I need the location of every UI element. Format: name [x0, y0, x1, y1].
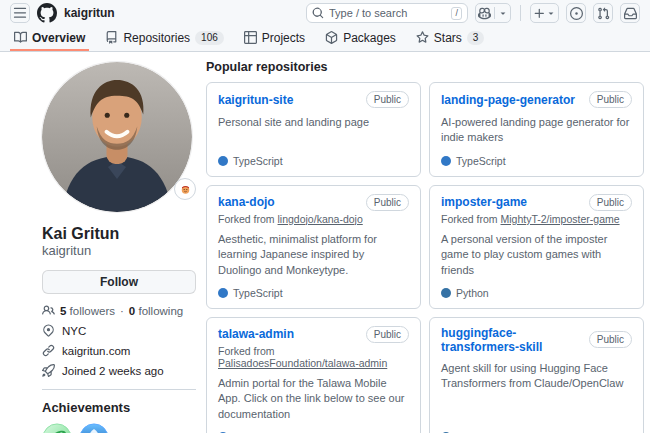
tab-stars[interactable]: Stars 3 [412, 26, 489, 51]
repo-name-link[interactable]: kana-dojo [218, 195, 275, 209]
repo-language: TypeScript [233, 287, 283, 299]
repo-language: Python [456, 287, 489, 299]
inbox-icon [624, 7, 637, 20]
search-input[interactable]: Type / to search / [306, 3, 468, 23]
repo-language-row: TypeScript [218, 278, 409, 299]
repo-visibility-badge: Public [366, 91, 409, 108]
repo-visibility-badge: Public [589, 331, 632, 348]
forked-from-label: Forked from [441, 213, 501, 225]
language-dot [218, 288, 228, 298]
repo-card-header: talawa-admin Public [218, 326, 409, 343]
achievements-badges: x2 [42, 423, 196, 433]
repo-visibility-badge: Public [366, 326, 409, 343]
repo-card: talawa-admin Public Forked from Palisado… [206, 317, 421, 433]
status-emoji-badge[interactable] [174, 178, 196, 200]
repo-card-header: kaigritun-site Public [218, 91, 409, 108]
fork-source-link[interactable]: MightyT-2/imposter-game [501, 213, 620, 225]
language-dot [218, 156, 228, 166]
avatar[interactable] [42, 62, 192, 212]
popular-repositories-title: Popular repositories [206, 60, 644, 74]
tab-label: Overview [32, 31, 85, 45]
profile-login: kaigritun [42, 243, 196, 260]
link-icon [42, 344, 55, 357]
profile-name: Kai Gritun [42, 224, 196, 243]
repo-card-header: huggingface-transformers-skill Public [441, 326, 632, 354]
repo-card: imposter-game Public Forked from MightyT… [429, 185, 644, 309]
repo-card: kaigritun-site Public Personal site and … [206, 82, 421, 177]
repo-card: huggingface-transformers-skill Public Ag… [429, 317, 644, 433]
profile-website-link[interactable]: kaigritun.com [62, 345, 130, 357]
achievement-pair-extraordinaire-badge[interactable] [42, 423, 72, 433]
repo-fork-line: Forked from MightyT-2/imposter-game [441, 213, 632, 225]
status-emoji-icon [180, 184, 191, 195]
header-username[interactable]: kaigritun [64, 6, 115, 20]
tab-label: Packages [343, 31, 396, 45]
inbox-button[interactable] [620, 3, 640, 23]
repo-language: TypeScript [233, 155, 283, 167]
copilot-icon [478, 7, 491, 20]
plus-icon [533, 7, 546, 20]
follow-button[interactable]: Follow [42, 270, 196, 294]
three-bars-icon [13, 6, 27, 20]
repo-name-link[interactable]: huggingface-transformers-skill [441, 326, 583, 354]
tab-repositories[interactable]: Repositories 106 [101, 26, 227, 51]
achievements-title: Achievements [42, 400, 196, 415]
repo-language-row: Python [441, 278, 632, 299]
header-divider [520, 5, 521, 21]
github-mark-icon [37, 3, 57, 23]
followers-link[interactable]: 5 followers [60, 305, 115, 317]
sidebar-divider [42, 389, 196, 390]
search-icon [312, 7, 324, 19]
repo-name-link[interactable]: imposter-game [441, 195, 527, 209]
pull-requests-button[interactable] [593, 3, 613, 23]
rocket-icon [42, 364, 55, 377]
repo-card-header: landing-page-generator Public [441, 91, 632, 108]
top-header: kaigritun Type / to search / [0, 0, 650, 26]
joined-row: Joined 2 weeks ago [42, 364, 196, 377]
copilot-split-divider [494, 7, 495, 19]
repo-description: Personal site and landing page [218, 115, 409, 130]
slash-keycap: / [451, 7, 462, 20]
repo-visibility-badge: Public [589, 91, 632, 108]
repo-description: Agent skill for using Hugging Face Trans… [441, 361, 632, 392]
profile-content: Popular repositories kaigritun-site Publ… [206, 60, 644, 433]
achievement-pull-shark-badge[interactable]: x2 [79, 423, 109, 433]
profile-location: NYC [62, 325, 86, 337]
repo-description: AI-powered landing page generator for in… [441, 115, 632, 146]
create-new-button[interactable] [530, 3, 559, 23]
fork-source-link[interactable]: PalisadoesFoundation/talawa-admin [218, 357, 387, 369]
avatar-photo [42, 62, 192, 212]
hamburger-menu-button[interactable] [10, 3, 30, 23]
tab-label: Repositories [123, 31, 190, 45]
repositories-count-badge: 106 [195, 31, 224, 45]
profile-sidebar: Kai Gritun kaigritun Follow 5 followers … [42, 62, 196, 433]
github-logo[interactable] [37, 3, 57, 23]
tab-packages[interactable]: Packages [321, 26, 400, 51]
repo-language: TypeScript [456, 155, 506, 167]
tab-projects[interactable]: Projects [240, 26, 309, 51]
repo-name-link[interactable]: landing-page-generator [441, 93, 575, 107]
repo-description: Aesthetic, minimalist platform for learn… [218, 232, 409, 278]
star-icon [416, 31, 429, 44]
repo-icon [105, 31, 118, 44]
language-dot [441, 156, 451, 166]
repo-language-row: Python [441, 422, 632, 433]
table-icon [244, 31, 257, 44]
main-layout: Kai Gritun kaigritun Follow 5 followers … [0, 52, 650, 433]
repo-name-link[interactable]: talawa-admin [218, 327, 294, 341]
repo-card-header: kana-dojo Public [218, 194, 409, 211]
repo-name-link[interactable]: kaigritun-site [218, 93, 293, 107]
fork-source-link[interactable]: lingdojo/kana-dojo [278, 213, 363, 225]
repo-visibility-badge: Public [589, 194, 632, 211]
profile-joined: Joined 2 weeks ago [62, 365, 164, 377]
profile-tab-bar: Overview Repositories 106 Projects Packa… [0, 26, 650, 52]
issues-button[interactable] [566, 3, 586, 23]
following-link[interactable]: 0 following [129, 305, 183, 317]
location-icon [42, 324, 55, 337]
repo-language-row: TypeScript [441, 146, 632, 167]
tab-overview[interactable]: Overview [10, 26, 89, 51]
repo-card: kana-dojo Public Forked from lingdojo/ka… [206, 185, 421, 309]
copilot-button[interactable] [475, 3, 511, 23]
forked-from-label: Forked from [218, 345, 275, 357]
package-icon [325, 31, 338, 44]
